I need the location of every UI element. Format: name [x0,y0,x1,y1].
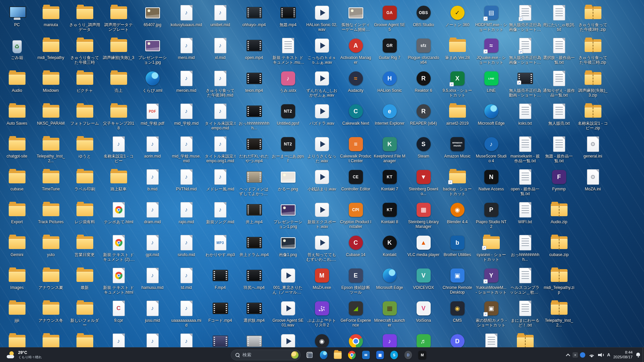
desktop-icon[interactable]: 調声練習(失敗)_3 [102,36,136,68]
desktop-icon[interactable]: ▤↗HDDFMT.exe - ショートカット [474,3,508,36]
desktop-icon[interactable]: 画像1.png [271,233,305,265]
taskbar-task-view-button[interactable] [303,349,316,361]
desktop-icon[interactable]: ▦Steinberg Library Manager [407,200,440,233]
desktop-icon[interactable]: cubase.zip [542,233,576,265]
desktop-icon[interactable]: ピクチャ [68,68,102,101]
desktop-icon[interactable]: EEpson 接続診断ツール [339,265,373,298]
desktop-icon[interactable]: NT2おーまーにあ.ppsf [271,134,305,167]
desktop-icon[interactable]: midi_Telepathy.zip [542,265,576,298]
desktop-icon[interactable]: Images [0,265,34,298]
desktop-icon[interactable]: WIFI.txt [508,200,542,233]
desktop-icon[interactable]: きゅうり食ってた午後3時 .zip [576,3,610,36]
desktop-icon[interactable]: ◉Blender 4.4 [440,200,474,233]
desktop-icon[interactable]: eInternet Explorer [373,101,407,134]
desktop-icon[interactable]: ▼Steinberg Downlo... [407,167,440,200]
desktop-icon[interactable]: 新規エクスポート.wav [305,200,339,233]
desktop-icon[interactable]: CPICrypton Product Installer [339,200,373,233]
desktop-icon[interactable]: ▣Chrome Remote Desktop [440,265,474,298]
desktop-icon[interactable]: F.mp4 [203,265,237,298]
desktop-icon[interactable]: CCakewalk Next [339,101,373,134]
desktop-icon[interactable]: テンポあて.html [102,200,136,233]
desktop-icon[interactable]: LINELINE [474,68,508,101]
taskbar-search[interactable] [231,350,301,360]
desktop-icon[interactable]: teion.mp4 [237,68,271,101]
desktop-icon[interactable]: ♪jusu.mid [136,298,169,331]
desktop-icon[interactable]: 調声練習(失敗)_3.zip [576,68,610,101]
desktop-icon[interactable]: ヘッドフォンはずしてよかった.mp4 [237,167,271,200]
desktop-icon[interactable]: 無題.mp4 [271,3,305,36]
desktop-icon[interactable]: ♪xl.mid [203,36,237,68]
desktop-icon[interactable]: 井上ドラム.mp4 [237,233,271,265]
taskbar-microsoft-edge-button[interactable] [317,349,330,361]
desktop-icon[interactable]: ohhayo-.mp4 [237,3,271,36]
desktop-icon[interactable]: 羽尻へ.mp4 [237,265,271,298]
desktop-icon[interactable]: 答え知っててもむずいわこれ.wav [305,233,339,265]
desktop-icon[interactable]: KTKontakt 8 [373,200,407,233]
desktop-icon[interactable]: ♪gpt.mid [136,233,169,265]
desktop-icon[interactable]: maniuta [34,3,68,36]
search-input[interactable] [243,352,288,357]
desktop-icon[interactable]: ↗backup - ショートカット [440,167,474,200]
desktop-icon[interactable]: ≈↗JQuake.exe - ショートカット [474,36,508,68]
desktop-icon[interactable]: C9.cpr [102,298,136,331]
desktop-icon[interactable]: open.mp4 [237,36,271,68]
desktop-icon[interactable]: アナウンス冬 [34,298,68,331]
desktop-icon[interactable]: 死にたい_ゅ歌詞.txt [542,3,576,36]
desktop-icon[interactable]: ♪PVTNd.mid [169,167,203,200]
desktop-icon[interactable]: ksks.txt [508,101,542,134]
desktop-icon[interactable]: ♪b.mid [136,167,169,200]
desktop-icon[interactable]: PDFmid_学校.pdf [136,101,169,134]
desktop-icon[interactable]: きゅうり食ってた午後三時 [68,36,102,68]
desktop-icon[interactable]: 001_東北きりたん（ノーマル）_今じゃ... [271,265,305,298]
desktop-icon[interactable]: ♪名称未設定1 - コピー [102,134,136,167]
desktop-icon[interactable]: Microsoft Edge [373,265,407,298]
desktop-icon[interactable]: 無題 - 親作品一覧.txt [542,134,576,167]
desktop-icon[interactable]: ごみ箱 [0,36,34,68]
desktop-icon[interactable]: ♪sirofo.mid [169,233,203,265]
desktop-icon[interactable]: ◉CMS [440,298,474,331]
desktop-icon[interactable]: 路上駐車 [102,167,136,200]
desktop-icon[interactable]: Audio [0,68,34,101]
desktop-icon[interactable]: ラベル印刷 [68,167,102,200]
desktop-icon[interactable]: NNative Access [474,167,508,200]
desktop-icon[interactable]: ↗無人販売不正行為画像 - ショートカット [508,36,542,68]
taskbar-discord-button[interactable]: D [402,349,415,361]
desktop-icon[interactable]: 井上.mp4 [237,200,271,233]
desktop-icon[interactable]: cubase [0,167,34,200]
desktop-icon[interactable]: PPiapro Studio NT2 [474,200,508,233]
desktop-icon[interactable]: Groove Agent SE 01.wav [271,298,305,331]
show-desktop-strip[interactable] [643,348,644,362]
desktop-icon[interactable]: sfzPlogue sforzando x64 [407,36,440,68]
desktop-icon[interactable]: Gemini [0,233,34,265]
desktop-icon[interactable]: bBrother Utilities [440,233,474,265]
show-hidden-icons-chevron[interactable] [566,354,570,358]
desktop-icon[interactable]: ♪MuseScore Studio 4 [474,134,508,167]
desktop-icon[interactable]: GRGuitar Rig 7 [373,36,407,68]
desktop-icon[interactable]: CEController Editor [339,167,373,200]
desktop-icon[interactable]: Microsoft Edge [474,101,508,134]
desktop-icon[interactable]: MP3わかりやす.mp3 [203,233,237,265]
desktop-icon[interactable]: Y↗YukkunMovieM... - ショートカット [474,265,508,298]
desktop-icon[interactable]: おっhhhhhhhhhhh... [237,101,271,134]
desktop-icon[interactable]: KKontakt [373,233,407,265]
desktop-icon[interactable]: ♪rajio.mid [169,200,203,233]
desktop-icon[interactable]: open - 親作品一覧.txt [508,167,542,200]
desktop-icon[interactable]: ♪mero.mid [169,36,203,68]
desktop-icon[interactable]: Fコード.mp4 [203,298,237,331]
desktop-icon[interactable]: 孤独なインディーゲーム開発者の一生... [339,3,373,36]
desktop-icon[interactable]: 名称未設定1 - コピー.zip [576,101,610,134]
desktop-icon[interactable]: SSteam [407,134,440,167]
desktop-icon[interactable]: ♪aorin.mid [136,134,169,167]
desktop-wallpaper[interactable]: PCmaniutaきゅうり_調声用データ調声用データテンプレート65407.jp… [0,0,644,362]
desktop-icon[interactable]: きゅうり_調声用データ [68,3,102,36]
desktop-icon[interactable]: amazon musicAmazon Music [440,134,474,167]
taskbar-microsoft-store-button[interactable]: ▦ [374,349,386,361]
desktop-icon[interactable]: PC [0,3,34,36]
desktop-icon[interactable]: 売上 [102,68,136,101]
desktop-icon[interactable]: ♪uaaaaaaaaaa.mid [169,298,203,331]
wifi-icon[interactable] [588,352,595,358]
desktop-icon[interactable]: X↗9.5.xlsx - ショートカット [440,68,474,101]
desktop-icon[interactable]: ♪td.mid [169,265,203,298]
desktop-icon[interactable]: ヘルスコンプラッシュン＿歌詞.txt [508,265,542,298]
desktop-icon[interactable]: OBSOBS Studio [407,3,440,36]
